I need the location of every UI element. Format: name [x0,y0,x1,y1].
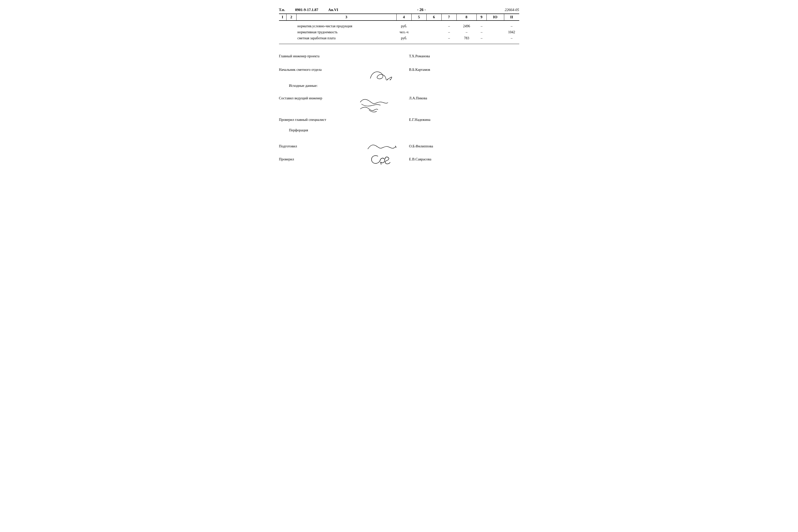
signature-ke-svg [359,105,379,113]
col-header-3: 3 [297,14,397,20]
page-container: Т.п. 0901-9-17.1.87 Ан.VI - 26 - 22664-0… [279,7,519,166]
r2c2 [286,32,297,33]
sig-label-chief-spec: Проверил главный специалист [279,118,359,122]
signature-cas-svg [369,152,394,166]
col-header-11: II [504,14,519,20]
sig-row-source: Исходные данные: [289,83,519,94]
sig-row-dept-head: Начальник сметного отдела В.Б.Картамов [279,68,519,82]
r2c9: – [477,30,487,35]
column-headers: I 2 3 4 5 6 7 8 9 IO II [279,14,519,21]
r3c9: – [477,36,487,41]
sig-image-prepared [359,140,404,152]
sig-label-checked: Проверил [279,157,359,162]
col-header-2: 2 [286,14,297,20]
sig-label-leading-eng: Составил ведущий инженер [279,96,359,100]
sig-image-chief-spec [359,115,404,125]
drawing-number: 22664-05 [505,8,519,12]
r2c11: 1042 [504,30,519,35]
signature-kartamov-svg [365,68,398,82]
col-header-8: 8 [457,14,477,20]
sig-label-chief-engineer: Главный инженер проекта [279,54,359,58]
r3c6 [426,38,442,39]
sig-row-checked: Проверил Е.В.Саврасова [279,153,519,166]
sig-row-chief-spec: Проверил главный специалист Е.Г.Надежина [279,115,519,125]
sig-row-chief-engineer: Главный инженер проекта Т.Х.Романова [279,54,519,64]
sig-image-checked [359,153,404,166]
sig-label-prepared: Подготовил [279,144,359,148]
col-header-5: 5 [412,14,426,20]
col-header-9: 9 [477,14,487,20]
header-left: Т.п. 0901-9-17.1.87 Ан.VI [279,8,338,12]
r2c1 [279,32,286,33]
col-header-4: 4 [397,14,412,20]
r3c10 [487,38,504,39]
sig-name-prepared: О.Б.Филиппова [404,144,454,148]
sig-image-perforation [369,128,414,138]
sig-name-chief-spec: Е.Г.Надежина [404,118,454,122]
sig-image-chief-engineer [359,54,404,64]
table-row: нормативная трудоемкость чел.-ч – – – 10… [279,29,519,35]
r3c2 [286,38,297,39]
r2c3: нормативная трудоемкость [297,30,397,35]
r3c1 [279,38,286,39]
r1c6 [426,26,442,27]
sheet-code: Ан.VI [328,8,338,12]
sig-name-leading-eng: Л.А.Пикова [404,96,454,100]
r1c10 [487,26,504,27]
r1c5 [412,26,426,27]
r2c10 [487,32,504,33]
main-table: I 2 3 4 5 6 7 8 9 IO II норматив.условно… [279,14,519,44]
sig-label-source: Исходные данные: [289,83,369,88]
sig-name-dept-head: В.Б.Картамов [404,68,454,72]
signatures-section: Главный инженер проекта Т.Х.Романова Нач… [279,54,519,166]
r1c1 [279,26,286,27]
sig-row-perforation: Перфорация [289,128,519,138]
col-header-7: 7 [442,14,457,20]
r1c4: руб. [397,24,412,29]
header: Т.п. 0901-9-17.1.87 Ан.VI - 26 - 22664-0… [279,7,519,12]
col-header-10: IO [487,14,504,20]
doc-number: 0901-9-17.1.87 [295,8,318,12]
data-rows: норматив.условно-чистая продукция руб. –… [279,21,519,44]
r1c9: – [477,24,487,29]
r3c7: – [442,36,457,41]
r3c11: – [504,36,519,41]
r3c5 [412,38,426,39]
sig-image-dept-head [359,68,404,82]
r2c5 [412,32,426,33]
r3c3: сметная заработная плата [297,36,397,41]
tp-label: Т.п. [279,8,285,12]
r3c8: 783 [457,36,477,41]
table-row: норматив.условно-чистая продукция руб. –… [279,23,519,29]
r2c6 [426,32,442,33]
r3c4: руб. [397,36,412,41]
r1c8: 2496 [457,24,477,29]
r2c8: – [457,30,477,35]
sig-row-leading-eng: Составил ведущий инженер Л.А.Пикова [279,96,519,114]
sig-row-prepared: Подготовил О.Б.Филиппова [279,140,519,152]
sig-image-source [369,83,414,94]
page-number: - 26 - [417,7,426,12]
r1c7: – [442,24,457,29]
r1c3: норматив.условно-чистая продукция [297,24,397,29]
col-header-6: 6 [426,14,442,20]
r1c2 [286,26,297,27]
sig-label-dept-head: Начальник сметного отдела [279,68,359,72]
sig-name-chief-engineer: Т.Х.Романова [404,54,454,58]
sig-image-leading-eng [359,96,404,114]
col-header-1: I [279,14,286,20]
r2c4: чел.-ч [397,30,412,35]
r1c11: – [504,24,519,29]
sig-name-checked: Е.В.Саврасова [404,157,454,162]
table-row: сметная заработная плата руб. – 783 – – [279,35,519,41]
sig-label-perforation: Перфорация [289,128,369,132]
r2c7: – [442,30,457,35]
signature-filippova-svg [366,141,397,151]
